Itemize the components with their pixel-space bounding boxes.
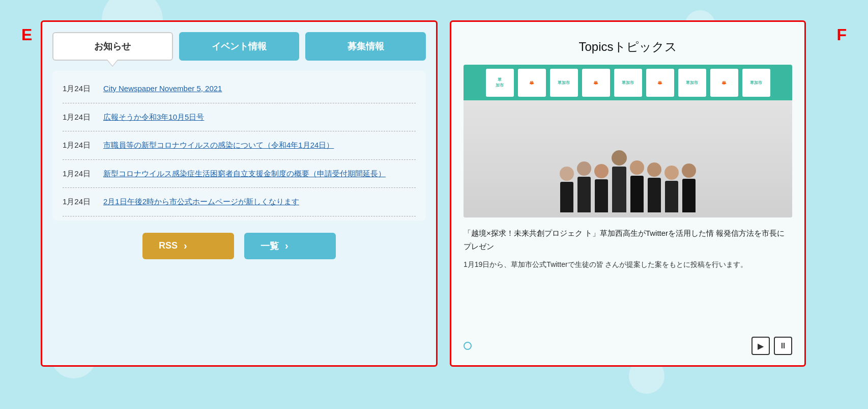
person-figure xyxy=(647,162,661,212)
rss-label: RSS xyxy=(159,240,178,251)
right-panel: Topicsトピックス 草加市 🦀 草加市 🦀 草加市 🦀 草加市 🦀 草加市 xyxy=(450,20,806,367)
news-item: 1月24日 市職員等の新型コロナウイルスの感染について（令和4年1月24日） xyxy=(63,131,416,160)
section-label-e: E xyxy=(21,25,32,44)
news-item: 1月24日 City Newspaper November 5, 2021 xyxy=(63,75,416,103)
news-date: 1月24日 xyxy=(63,112,93,122)
banner-tile: 🦀 xyxy=(710,69,738,97)
list-button[interactable]: 一覧 › xyxy=(244,233,336,259)
banner-tile: 草加市 xyxy=(678,69,706,97)
topics-title: Topicsトピックス xyxy=(464,34,792,56)
news-item: 1月24日 2月1日午後2時から市公式ホームページが新しくなります xyxy=(63,188,416,216)
news-item: 1月24日 広報そうか令和3年10月5日号 xyxy=(63,103,416,132)
person-figure xyxy=(577,161,591,212)
tab-boshu[interactable]: 募集情報 xyxy=(305,32,426,61)
list-label: 一覧 xyxy=(261,240,279,252)
topics-controls: ▶ ⏸ xyxy=(464,331,792,355)
news-link[interactable]: 2月1日午後2時から市公式ホームページが新しくなります xyxy=(103,196,299,208)
play-button[interactable]: ▶ xyxy=(751,337,770,355)
banner-tile: 草加市 xyxy=(614,69,642,97)
news-item: 1月24日 新型コロナウイルス感染症生活困窮者自立支援金制度の概要（申請受付期間… xyxy=(63,160,416,188)
news-date: 1月24日 xyxy=(63,83,93,94)
bottom-buttons: RSS › 一覧 › xyxy=(52,233,426,259)
section-label-f: F xyxy=(836,25,847,44)
person-figure xyxy=(612,150,627,212)
rss-button[interactable]: RSS › xyxy=(142,233,234,259)
tab-bar: お知らせ イベント情報 募集情報 xyxy=(52,32,426,61)
person-figure xyxy=(560,167,574,212)
news-link[interactable]: 市職員等の新型コロナウイルスの感染について（令和4年1月24日） xyxy=(103,140,334,151)
banner-tile: 🦀 xyxy=(646,69,674,97)
person-figure xyxy=(594,164,609,212)
banner-tile: 草加市 xyxy=(486,69,514,97)
banner-tile: 草加市 xyxy=(550,69,578,97)
left-panel: お知らせ イベント情報 募集情報 1月24日 City Newspaper No… xyxy=(41,20,438,367)
topics-image: 草加市 🦀 草加市 🦀 草加市 🦀 草加市 🦀 草加市 xyxy=(464,65,792,217)
news-date: 1月24日 xyxy=(63,168,93,179)
topics-title-jp: トピックス xyxy=(614,40,677,53)
banner-tile: 🦀 xyxy=(518,69,546,97)
person-figure xyxy=(664,166,679,212)
news-link[interactable]: 広報そうか令和3年10月5日号 xyxy=(103,112,204,123)
person-figure xyxy=(630,160,644,212)
topics-sub-text: 1月19日から、草加市公式Twitterで生徒の皆 さんが提案した案をもとに投稿… xyxy=(464,259,792,270)
topics-description: 「越境×探求！未来共創プロジェク ト」草加西高生がTwitterを活用した情 報… xyxy=(464,227,792,253)
photo-banner: 草加市 🦀 草加市 🦀 草加市 🦀 草加市 🦀 草加市 xyxy=(464,65,792,100)
playback-controls: ▶ ⏸ xyxy=(751,337,792,355)
banner-tile: 草加市 xyxy=(742,69,770,97)
banner-tile: 🦀 xyxy=(582,69,610,97)
list-arrow-icon: › xyxy=(285,240,288,252)
tab-oshirase[interactable]: お知らせ xyxy=(52,32,173,61)
slide-indicator[interactable] xyxy=(464,342,472,350)
tab-event[interactable]: イベント情報 xyxy=(179,32,300,61)
news-link[interactable]: City Newspaper November 5, 2021 xyxy=(103,83,222,95)
news-date: 1月24日 xyxy=(63,196,93,207)
group-photo xyxy=(464,150,792,217)
pause-button[interactable]: ⏸ xyxy=(774,337,792,355)
rss-arrow-icon: › xyxy=(184,240,187,252)
person-figure xyxy=(682,163,696,212)
news-list: 1月24日 City Newspaper November 5, 2021 1月… xyxy=(52,71,426,221)
news-date: 1月24日 xyxy=(63,140,93,150)
news-link[interactable]: 新型コロナウイルス感染症生活困窮者自立支援金制度の概要（申請受付期間延長） xyxy=(103,168,386,180)
